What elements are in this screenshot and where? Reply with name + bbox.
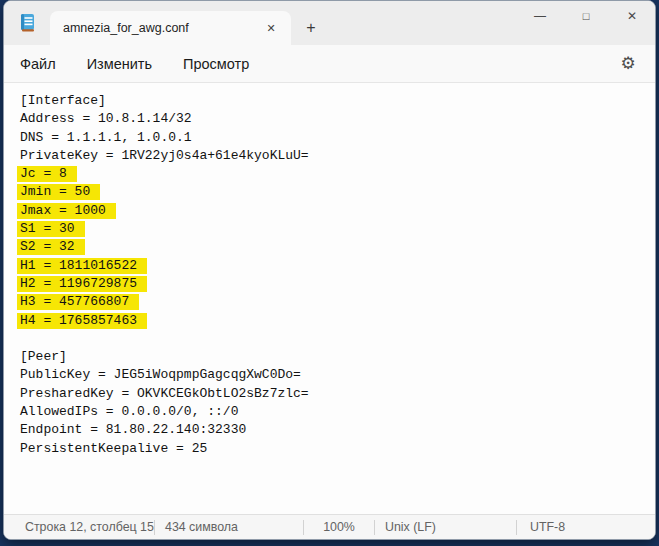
- tab-amnezia-conf[interactable]: amnezia_for_awg.conf ✕: [50, 11, 291, 45]
- tab-close-icon[interactable]: ✕: [261, 18, 281, 38]
- highlighted-text: Jc = 8: [17, 166, 77, 182]
- new-tab-button[interactable]: +: [300, 17, 322, 39]
- editor-line: AllowedIPs = 0.0.0.0/0, ::/0: [20, 403, 655, 421]
- editor-line: PresharedKey = OKVKCEGkObtLO2sBz7zlc=: [20, 385, 655, 403]
- status-line-endings[interactable]: Unix (LF): [375, 520, 516, 534]
- menu-file[interactable]: Файл: [12, 52, 64, 76]
- highlighted-text: H1 = 1811016522: [17, 258, 147, 274]
- editor-line: [Interface]: [20, 92, 655, 110]
- editor-line: Endpoint = 81.80.22.140:32330: [20, 421, 655, 439]
- text-editor[interactable]: [Interface]Address = 10.8.1.14/32DNS = 1…: [4, 83, 655, 514]
- highlighted-text: H4 = 1765857463: [17, 313, 147, 329]
- editor-line: [Peer]: [20, 348, 655, 366]
- settings-gear-icon[interactable]: ⚙: [615, 49, 641, 75]
- editor-line: PrivateKey = 1RV22yj0s4a+61e4kyoKLuU=: [20, 147, 655, 165]
- editor-line: Address = 10.8.1.14/32: [20, 110, 655, 128]
- editor-line: S1 = 30: [20, 220, 655, 238]
- editor-line: H2 = 1196729875: [20, 275, 655, 293]
- menu-edit[interactable]: Изменить: [79, 52, 160, 76]
- editor-line: PublicKey = JEG5iWoqpmpGagcqgXwC0Do=: [20, 366, 655, 384]
- tab-title: amnezia_for_awg.conf: [63, 21, 261, 35]
- editor-line: Jmax = 1000: [20, 202, 655, 220]
- editor-line: Jmin = 50: [20, 183, 655, 201]
- highlighted-text: Jmin = 50: [17, 184, 100, 200]
- highlighted-text: H2 = 1196729875: [17, 276, 147, 292]
- notepad-window: amnezia_for_awg.conf ✕ + — □ ✕ ФайлИзмен…: [3, 0, 656, 540]
- status-bar: Строка 12, столбец 15 434 символа 100% U…: [4, 514, 655, 539]
- editor-line: H3 = 457766807: [20, 293, 655, 311]
- menu-bar: ФайлИзменитьПросмотр ⚙: [4, 45, 655, 83]
- editor-line: H4 = 1765857463: [20, 312, 655, 330]
- tab-bar: amnezia_for_awg.conf ✕ + — □ ✕: [4, 1, 655, 45]
- editor-line: Jc = 8: [20, 165, 655, 183]
- menu-view[interactable]: Просмотр: [175, 52, 257, 76]
- editor-line: [20, 330, 655, 348]
- notepad-app-icon: [20, 14, 35, 32]
- highlighted-text: Jmax = 1000: [17, 203, 116, 219]
- status-encoding[interactable]: UTF-8: [517, 520, 565, 534]
- editor-line: S2 = 32: [20, 238, 655, 256]
- editor-line: PersistentKeepalive = 25: [20, 440, 655, 458]
- status-zoom-level[interactable]: 100%: [304, 520, 374, 534]
- editor-line: DNS = 1.1.1.1, 1.0.0.1: [20, 129, 655, 147]
- highlighted-text: H3 = 457766807: [17, 294, 139, 310]
- window-controls: — □ ✕: [517, 1, 655, 30]
- minimize-button[interactable]: —: [517, 1, 563, 30]
- close-button[interactable]: ✕: [609, 1, 655, 30]
- status-cursor-position: Строка 12, столбец 15: [4, 520, 154, 534]
- editor-line: H1 = 1811016522: [20, 257, 655, 275]
- highlighted-text: S2 = 32: [17, 239, 85, 255]
- highlighted-text: S1 = 30: [17, 221, 85, 237]
- maximize-button[interactable]: □: [563, 1, 609, 30]
- status-char-count: 434 символа: [155, 520, 303, 534]
